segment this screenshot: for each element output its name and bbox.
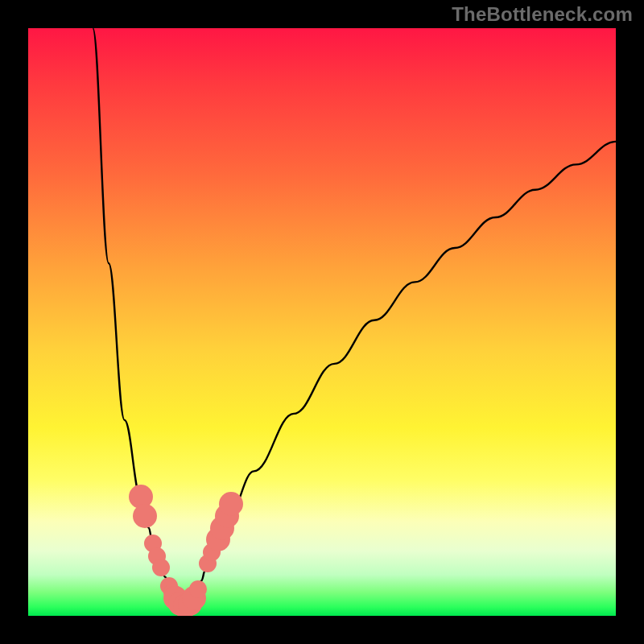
chart-outer-frame: TheBottleneck.com [0, 0, 644, 644]
curve-group [93, 28, 616, 606]
hotspot-marker [219, 492, 243, 516]
hotspot-marker [152, 559, 170, 576]
hotspot-marker [133, 504, 157, 528]
right-branch [185, 142, 616, 606]
plot-area [28, 28, 616, 616]
bottleneck-curve [28, 28, 616, 616]
watermark-text: TheBottleneck.com [452, 3, 633, 26]
hotspot-marker [189, 580, 207, 598]
